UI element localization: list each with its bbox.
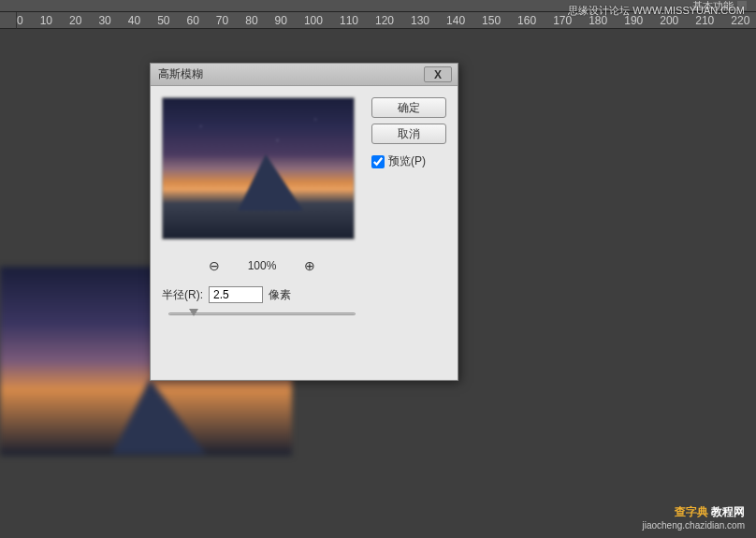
radius-unit: 像素 [269, 287, 291, 303]
filter-preview[interactable] [162, 97, 355, 240]
zoom-in-icon[interactable]: ⊕ [304, 258, 315, 273]
slider-thumb-icon[interactable] [189, 309, 198, 316]
zoom-out-icon[interactable]: ⊖ [209, 258, 220, 273]
dialog-titlebar[interactable]: 高斯模糊 X [151, 64, 458, 86]
preview-checkbox-input[interactable] [371, 155, 385, 168]
ok-button[interactable]: 确定 [371, 97, 446, 118]
cancel-button[interactable]: 取消 [371, 124, 446, 144]
radius-slider[interactable] [168, 311, 356, 316]
preview-checkbox[interactable]: 预览(P) [371, 153, 446, 169]
close-icon: X [434, 68, 442, 81]
ruler-origin[interactable] [0, 12, 17, 29]
zoom-level: 100% [248, 259, 277, 272]
dialog-close-button[interactable]: X [424, 66, 452, 82]
gaussian-blur-dialog: 高斯模糊 X ⊖ 100% ⊕ 半径(R): 像素 [150, 63, 458, 381]
watermark-top: 思缘设计论坛 WWW.MISSYUAN.COM [568, 4, 745, 18]
watermark-bottom: 查字典 教程网 jiaocheng.chazidian.com [642, 502, 745, 531]
dialog-title-text: 高斯模糊 [158, 66, 203, 82]
canvas-area: 0102030405060708090100110120130140150160… [0, 11, 756, 538]
radius-input[interactable] [209, 286, 263, 303]
radius-label: 半径(R): [162, 287, 203, 303]
